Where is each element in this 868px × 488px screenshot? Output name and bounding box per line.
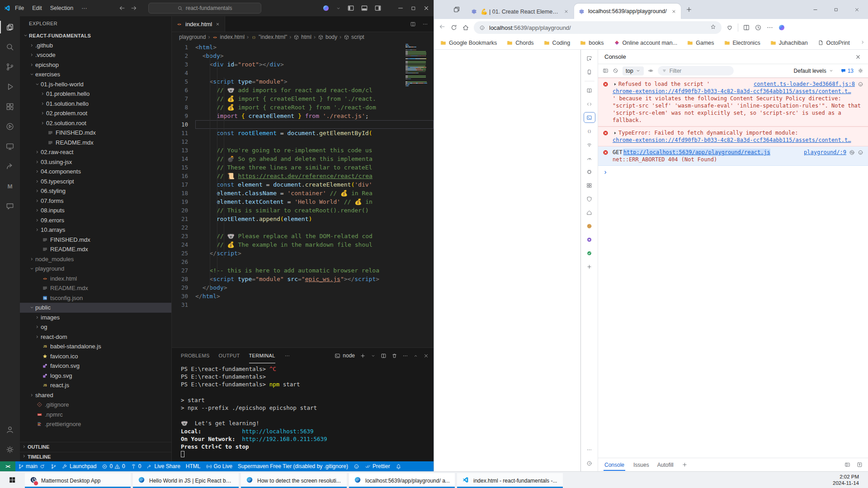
tree-item-logo.svg[interactable]: logo.svg bbox=[20, 371, 171, 381]
devtools-tool-sources[interactable]: {} bbox=[584, 126, 595, 136]
activitybar-run-debug[interactable] bbox=[0, 77, 20, 97]
maximize-browser-icon[interactable] bbox=[827, 2, 844, 17]
taskbar-clock[interactable]: 2:02 PM2024-11-14 bbox=[833, 472, 866, 488]
console-message-0[interactable]: Refused to load the script 'content.ts-l… bbox=[598, 78, 868, 127]
activitybar-extensions[interactable] bbox=[0, 97, 20, 117]
statusbar-problems[interactable]: 00 bbox=[99, 461, 127, 471]
panel-tab-output[interactable]: OUTPUT bbox=[219, 348, 240, 363]
request-link[interactable]: http://localhost:5639/app/playground/rea… bbox=[623, 149, 770, 156]
tree-item-02.solution.root[interactable]: 02.solution.root bbox=[20, 118, 171, 128]
tree-item-images[interactable]: images bbox=[20, 313, 171, 323]
devtools-tool-application[interactable] bbox=[584, 180, 595, 191]
breadcrumb-item[interactable]: html bbox=[293, 34, 311, 40]
close-tab-icon[interactable] bbox=[671, 9, 676, 14]
close-tab-icon[interactable] bbox=[215, 22, 220, 27]
toggle-sidebar-icon[interactable] bbox=[347, 5, 354, 12]
code-editor[interactable]: 1<html>2 <body>3 <div id="root"></div>45… bbox=[172, 42, 434, 347]
devtools-tool-inspect[interactable] bbox=[584, 53, 595, 64]
console-prompt[interactable] bbox=[598, 166, 868, 180]
statusbar-notifications[interactable] bbox=[393, 461, 404, 471]
taskbar-app-2[interactable]: How to detect the screen resoluti... bbox=[241, 473, 347, 488]
tree-item-05.typescript[interactable]: 05.typescript bbox=[20, 177, 171, 187]
command-center-search[interactable]: react-fundamentals bbox=[148, 3, 261, 14]
expand-message-icon[interactable] bbox=[613, 82, 618, 87]
sidebar-section-timeline[interactable]: TIMELINE bbox=[20, 452, 171, 462]
bookmarks-overflow[interactable] bbox=[860, 39, 866, 47]
close-window-icon[interactable] bbox=[423, 5, 430, 12]
statusbar-ports[interactable]: 0 bbox=[128, 461, 144, 471]
add-drawer-tab-icon[interactable] bbox=[682, 462, 688, 468]
minimize-browser-icon[interactable] bbox=[807, 2, 824, 17]
activitybar-gitlens[interactable]: M bbox=[0, 176, 20, 196]
terminal-profile[interactable]: node bbox=[335, 352, 355, 359]
tree-item-og[interactable]: og bbox=[20, 322, 171, 332]
maximize-panel-icon[interactable] bbox=[413, 353, 418, 358]
toggle-secondary-sidebar-icon[interactable] bbox=[374, 5, 382, 12]
bookmark-Google Bookmarks[interactable]: Google Bookmarks bbox=[440, 40, 497, 46]
drawer-tab-console[interactable]: Console bbox=[604, 459, 625, 471]
panel-tab-terminal[interactable]: TERMINAL bbox=[249, 348, 275, 363]
menu-edit[interactable]: Edit bbox=[28, 5, 46, 11]
devtools-tool-console-tool[interactable] bbox=[584, 112, 595, 123]
activitybar-source-control[interactable] bbox=[0, 57, 20, 77]
tree-item-01.problem.hello[interactable]: 01.problem.hello bbox=[20, 89, 171, 99]
tree-item-favicon.ico[interactable]: favicon.ico bbox=[20, 352, 171, 361]
devtools-tool-security[interactable] bbox=[584, 193, 595, 204]
minimap[interactable] bbox=[406, 44, 428, 89]
tree-item-10.arrays[interactable]: 10.arrays bbox=[20, 225, 171, 235]
breadcrumb-item[interactable]: {}"index.html" bbox=[251, 34, 287, 40]
log-levels-selector[interactable]: Default levels bbox=[794, 68, 834, 74]
browser-menu-icon[interactable] bbox=[766, 24, 774, 31]
activitybar-remote-explorer[interactable] bbox=[0, 136, 20, 156]
panel-tab-problems[interactable]: PROBLEMS bbox=[181, 348, 210, 363]
taskbar-app-1[interactable]: Hello World in JS | Epic React by K... bbox=[133, 473, 239, 488]
activitybar-testing[interactable] bbox=[0, 117, 20, 136]
statusbar-git-graph[interactable] bbox=[48, 461, 59, 471]
source-link[interactable]: content.ts-loader-3ed3668f.js:8 bbox=[754, 80, 855, 88]
bookmark-OctoPrint[interactable]: OctoPrint bbox=[818, 40, 850, 46]
bookmark-Games[interactable]: Games bbox=[687, 40, 714, 46]
tree-item-react.js[interactable]: JSreact.js bbox=[20, 380, 171, 390]
breadcrumb-item[interactable]: script bbox=[344, 34, 364, 40]
toggle-similar-icon[interactable] bbox=[849, 150, 855, 155]
copilot-dropdown-icon[interactable] bbox=[336, 6, 341, 11]
bookmark-Chords[interactable]: Chords bbox=[507, 40, 533, 46]
dock-side-icon[interactable] bbox=[844, 462, 850, 468]
copilot-icon[interactable] bbox=[322, 5, 330, 12]
tree-item-.npmrc[interactable]: npm.npmrc bbox=[20, 410, 171, 420]
site-info-icon[interactable] bbox=[479, 25, 485, 31]
clear-console-icon[interactable] bbox=[613, 68, 618, 74]
refresh-button-icon[interactable] bbox=[450, 24, 458, 31]
bookmark-books[interactable]: books bbox=[580, 40, 604, 46]
explain-with-copilot-icon[interactable] bbox=[858, 81, 863, 87]
browser-tab-1[interactable]: localhost:5639/app/playground/ bbox=[574, 4, 681, 19]
menu-···[interactable]: ··· bbox=[77, 5, 91, 11]
activitybar-comments[interactable] bbox=[0, 196, 20, 216]
tree-item-04.components[interactable]: 04.components bbox=[20, 167, 171, 177]
bookmark-Juhachiban[interactable]: Juhachiban bbox=[770, 40, 808, 46]
tree-item-07.forms[interactable]: 07.forms bbox=[20, 196, 171, 206]
minimize-window-icon[interactable] bbox=[397, 5, 404, 12]
console-filter-input[interactable]: Filter bbox=[658, 66, 734, 75]
tree-item-REACT-FUNDAMENTALS[interactable]: REACT-FUNDAMENTALS bbox=[20, 31, 171, 41]
devtools-tool-welcome[interactable] bbox=[584, 85, 595, 96]
sidebar-section-outline[interactable]: OUTLINE bbox=[20, 442, 171, 452]
close-tab-icon[interactable] bbox=[564, 9, 569, 14]
bookmark-Coding[interactable]: Coding bbox=[544, 40, 571, 46]
split-editor-icon[interactable] bbox=[410, 21, 416, 27]
split-terminal-icon[interactable] bbox=[381, 353, 387, 359]
favorite-star-icon[interactable] bbox=[710, 24, 716, 30]
tree-item-exercises[interactable]: exercises bbox=[20, 70, 171, 80]
devtools-tool-performance[interactable] bbox=[584, 153, 595, 164]
tree-item-FINISHED.mdx[interactable]: FINISHED.mdx bbox=[20, 128, 171, 138]
profile-avatar[interactable]: 2 bbox=[440, 5, 449, 14]
page-content[interactable] bbox=[434, 50, 580, 471]
statusbar-supermaven[interactable]: Supermaven Free Tier (disabled by .gitig… bbox=[235, 461, 351, 471]
breadcrumb-item[interactable]: playground bbox=[179, 34, 206, 40]
devtools-tool-extension-tool[interactable] bbox=[584, 234, 595, 245]
devtools-help[interactable]: ? bbox=[584, 458, 595, 469]
statusbar-remote[interactable]: >< bbox=[0, 461, 15, 471]
tree-item-react-dom[interactable]: react-dom bbox=[20, 332, 171, 342]
taskbar-app-4[interactable]: index.html - react-fundamentals -... bbox=[457, 473, 563, 488]
start-button[interactable] bbox=[2, 472, 23, 488]
